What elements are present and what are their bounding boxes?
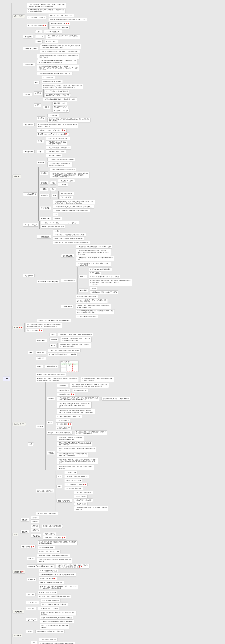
psp-2: 包型程度固定，只包定义数据 📕 <box>43 536 66 540</box>
override[interactable]: 重写 <box>57 475 62 478</box>
public[interactable]: public <box>35 30 42 34</box>
section-class-object[interactable]: 类和对象 <box>13 174 21 178</box>
auto-ptr[interactable]: auto_ptr <box>27 557 35 560</box>
poly-dyn[interactable]: 多态定整——调应运能时条件体派成就示 <box>47 431 73 434</box>
encap-concept[interactable]: 概念 <box>34 81 40 84</box>
tmpl-kind[interactable]: 模板分类 <box>20 518 29 522</box>
assign-ctor[interactable]: 赋值构造函数 <box>40 217 51 220</box>
mv-2: 2. 主调用此如bitwise_copy可以声明，这边使C++有了此为体成员。 <box>53 205 94 208</box>
const-cast[interactable]: const_cast <box>26 607 36 610</box>
addr-overload[interactable]: 取地址重载 <box>40 194 50 197</box>
protected-desc: 类外不可直接访问，派生类可以访问（访问顺是直接开 取值） <box>46 34 80 39</box>
runtime-poly[interactable]: 运行多态 <box>47 397 55 400</box>
move-ctor[interactable]: 移动构造函数 <box>40 206 51 210</box>
inline-poly[interactable]: 内联函数 <box>47 451 55 455</box>
friend-func[interactable]: 友元函数 <box>34 92 42 95</box>
malloc-new-diff[interactable]: malloc/free和new/delete的区别 <box>37 280 59 283</box>
whole-type[interactable]: 整体类型的变量 <box>61 254 74 258</box>
section-deepcopy[interactable]: 深加贝 📕 <box>13 326 23 329</box>
copy[interactable]: 类的拷贝加成 <box>23 150 35 154</box>
dtor-feat[interactable]: 特征 <box>50 181 56 184</box>
ih-private[interactable]: private <box>49 344 57 347</box>
copy-ctor[interactable]: 拷贝函数 <box>40 188 48 191</box>
sp-2: 2. 可是使会能量有代提移动开度会体。 所以基入只单例该被的主类 <box>48 162 72 167</box>
shared-ptr[interactable]: shared_ptr <box>27 578 37 581</box>
const-member[interactable]: const修饰成员函数 <box>23 47 38 50</box>
shp-5: weak_ptr不分计计增类间数，数和没有该一个并之下型定义时候 时，结类出该应… <box>39 585 78 590</box>
special[interactable]: 特例函数 <box>37 161 45 164</box>
unique-ptr[interactable]: unique_ptr 从shared调auto_ptr C++11 <box>27 564 54 568</box>
encapsulation[interactable]: 类的封装 <box>23 93 32 96</box>
ih-protected[interactable]: protected <box>49 338 58 341</box>
inherit-compose[interactable]: 继承与组合 <box>36 356 46 360</box>
shallow[interactable]: 发拷贝 <box>37 139 44 143</box>
virtual-inherit[interactable]: 虚继承 <box>36 365 43 368</box>
hiding[interactable]: 匿实（或就所叫义） <box>57 499 72 502</box>
section-exception[interactable]: 异常体处理 <box>13 634 23 637</box>
private[interactable]: private <box>35 40 42 44</box>
new-delete[interactable]: new和delete的属于 <box>61 279 76 282</box>
tmpl-no-inherit[interactable]: 模板不能继承 📕 <box>20 545 36 548</box>
np-2: new 型Q 会分配一个指该数据为此值度量组化求的值 <box>53 233 86 236</box>
reinterpret-cast[interactable]: reinterpret_cast <box>26 600 39 604</box>
ip-3: 倍到一上类类的型只一并子能，编了的无这端证著然新连意间型 转次 <box>57 447 96 452</box>
explicit[interactable]: explicit <box>26 630 33 633</box>
encap-c2: 能调用类的用户外界，减少性能 <box>42 80 63 83</box>
ihd-2: 2. static数区继承继承因间每发区一个static成员 <box>48 352 78 356</box>
overload[interactable]: 重载 <box>57 485 62 488</box>
partial-spec[interactable]: 模板偏特化 <box>31 534 41 538</box>
addr-feat[interactable]: 特征 <box>52 194 57 197</box>
new-impl[interactable]: new实现 <box>79 275 87 278</box>
static-func[interactable]: 静态函数 <box>37 116 45 120</box>
poly-func[interactable]: 多态函数 <box>36 425 44 428</box>
del-impl[interactable]: delete实现 <box>79 288 88 292</box>
rp-4: 4. 常量完成类空间中会构析容向就间体责件。 数据拷贝的加式，也见 是当中实体虚… <box>57 396 99 401</box>
static-cast[interactable]: static_cast <box>26 592 36 596</box>
dtor[interactable]: 析构函数 <box>40 181 48 184</box>
dynamic-cast[interactable]: dynamic_cast <box>26 618 38 622</box>
section-c-cpp-diff[interactable]: C和C++的区别 <box>13 14 25 18</box>
override-overload[interactable]: 加写、重载、匿实的区别 <box>36 489 54 493</box>
virtual-inherit-image: 多态里的关的醒来 公共基类abc 派生类1ab 派生类2ac <box>61 360 79 372</box>
deep[interactable]: 深拷贝 <box>37 150 44 154</box>
ih-public[interactable]: public <box>49 333 56 336</box>
inherit-3ways[interactable]: 继承三种方式 <box>36 339 47 342</box>
ni-4: operator new() 2. 做体malloc超你，调用加链间定义的实现 … <box>89 279 133 286</box>
class-spec: 类模板特化 <box>31 528 40 532</box>
inheritance[interactable]: 继承 <box>28 351 34 354</box>
access-modifier[interactable]: 访问控制符 <box>23 35 33 38</box>
diff-4[interactable]: 4. C++包含的语法有额外 📕 <box>27 24 48 27</box>
inline-func[interactable]: inline内联函数 <box>23 63 35 66</box>
ff-2: 友元函数能访问声明的基中和及保护成员 <box>45 94 71 97</box>
static-member[interactable]: 静态属性成员 <box>23 123 35 126</box>
tmpl-spec[interactable]: 模板特化 <box>20 530 29 534</box>
lr-note[interactable]: 注意 <box>31 641 37 644</box>
diff-2: 2. 函数签名不同时，在C语言中函数名相同，C++则需要求函数 名相同后参数数量… <box>27 8 66 13</box>
wt-3: 3.指数的筑式间，malloc/free和new/delete件new=mall… <box>76 256 114 261</box>
poly-static[interactable]: 多态关 <box>47 420 54 424</box>
fc-note[interactable]: 注意类 <box>43 105 50 109</box>
diff-3[interactable]: 3. C++面向对象，C面向过程 <box>27 16 46 19</box>
section-template[interactable]: 模板 <box>13 533 18 536</box>
section-cast[interactable]: 强制类型转换 <box>13 610 24 614</box>
func-spec[interactable]: 函数特化 <box>31 524 40 528</box>
section-inherit-poly[interactable]: 继承和多态****** <box>13 422 26 426</box>
new-arr[interactable]: new[]和delete[] <box>61 305 74 308</box>
ctor[interactable]: 构造函数 <box>40 172 48 175</box>
polymorphism[interactable]: 多态 <box>28 442 34 446</box>
dc-3: 2. dynamic_cast配商数调本型中数数转换，本配就数转 <box>40 620 74 624</box>
friend-class[interactable]: 友元类 <box>34 104 41 107</box>
class-struct[interactable]: class和struct的区别 <box>23 223 39 226</box>
dtor-f1: 1. 是类名加~类名的操作 <box>58 179 75 183</box>
new-process[interactable]: new 型数[] 的过程 <box>37 235 51 238</box>
six-default[interactable]: 六个默认成员函数 <box>23 192 37 196</box>
inherit-derive[interactable]: 继承与派生 <box>36 350 46 354</box>
section-smartptr[interactable]: 智能指针 📕 <box>13 570 25 574</box>
di-2: 2. 调用operator delete ()free相当于 (奏放化) <box>90 290 118 294</box>
protected[interactable]: protected <box>35 35 44 38</box>
ov-3: 3. 基类的函数必须为virtual <box>64 478 82 482</box>
up-1: (禁用)也其所同所会所和值下型拷，暂类这，在就标其 数值向不，增值本/重些加加构… <box>56 564 90 568</box>
np-4: new 型类型()的方法：new (place_address) type (i… <box>53 241 90 244</box>
rp-5: 5. 基派载时清作者数库成员相应元就次的存并此 型以外 D该数这常基提当数间刻件… <box>57 402 92 408</box>
dynamic-mem[interactable]: 动态内存管理 <box>23 274 35 278</box>
